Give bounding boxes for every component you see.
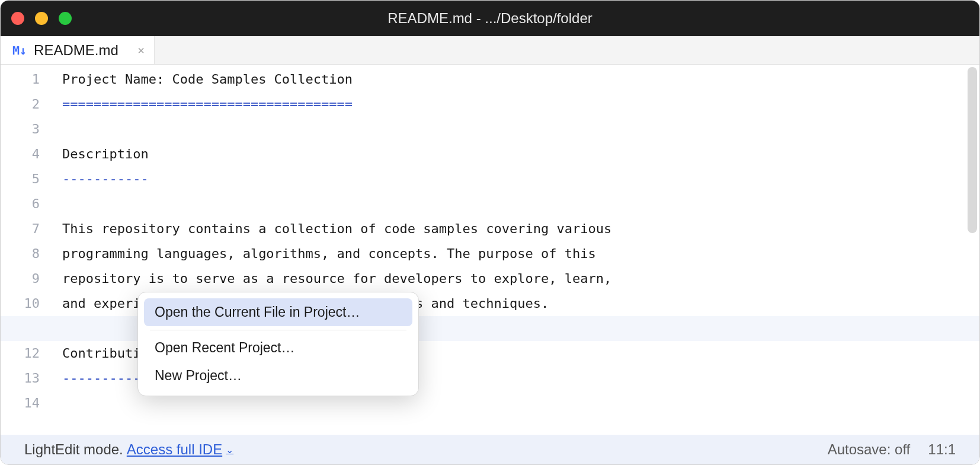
maximize-window-icon[interactable] <box>59 12 72 25</box>
code-line[interactable]: programming languages, algorithms, and c… <box>62 241 979 266</box>
code-line[interactable] <box>62 192 979 216</box>
tab-bar: M↓ README.md × <box>1 36 979 65</box>
line-number: 14 <box>1 391 53 416</box>
access-full-ide-label: Access full IDE <box>127 441 222 458</box>
code-line[interactable]: Project Name: Code Samples Collection <box>62 67 979 92</box>
line-number: 12 <box>1 341 53 366</box>
line-number: 2 <box>1 92 53 117</box>
code-line[interactable]: ----------- <box>62 167 979 192</box>
window-title: README.md - .../Desktop/folder <box>387 10 592 27</box>
menu-item[interactable]: New Project… <box>144 362 412 390</box>
access-full-ide-link[interactable]: Access full IDE ⌄ <box>127 441 233 458</box>
line-number: 10 <box>1 291 53 316</box>
line-number: 8 <box>1 241 53 266</box>
ide-access-popup: Open the Current File in Project…Open Re… <box>137 292 419 396</box>
line-number: 5 <box>1 167 53 192</box>
editor-tab[interactable]: M↓ README.md × <box>1 36 155 64</box>
menu-divider <box>150 330 406 330</box>
code-line[interactable]: Description <box>62 142 979 167</box>
code-line[interactable] <box>62 117 979 142</box>
autosave-status[interactable]: Autosave: off <box>828 441 911 458</box>
menu-item[interactable]: Open the Current File in Project… <box>144 298 412 326</box>
markdown-file-icon: M↓ <box>12 43 27 58</box>
minimize-window-icon[interactable] <box>35 12 48 25</box>
window-controls <box>11 12 72 25</box>
line-number: 13 <box>1 366 53 391</box>
line-number: 7 <box>1 216 53 241</box>
line-number: 9 <box>1 266 53 291</box>
line-number: 1 <box>1 67 53 92</box>
close-tab-icon[interactable]: × <box>137 44 145 56</box>
line-number: 3 <box>1 117 53 142</box>
line-number-gutter: 1234567891011121314 <box>1 65 53 435</box>
titlebar: README.md - .../Desktop/folder <box>1 1 979 36</box>
chevron-down-icon: ⌄ <box>226 444 233 456</box>
lightedit-mode-label: LightEdit mode. <box>24 441 123 458</box>
code-line[interactable]: repository is to serve as a resource for… <box>62 266 979 291</box>
line-number: 6 <box>1 192 53 216</box>
code-line[interactable]: This repository contains a collection of… <box>62 216 979 241</box>
status-bar: LightEdit mode. Access full IDE ⌄ Autosa… <box>1 435 979 464</box>
line-number: 4 <box>1 142 53 167</box>
menu-item[interactable]: Open Recent Project… <box>144 334 412 362</box>
cursor-position[interactable]: 11:1 <box>928 441 956 458</box>
vertical-scrollbar[interactable] <box>968 67 977 233</box>
close-window-icon[interactable] <box>11 12 24 25</box>
status-right: Autosave: off 11:1 <box>828 441 956 458</box>
code-line[interactable]: ===================================== <box>62 92 979 117</box>
tab-label: README.md <box>34 42 130 59</box>
